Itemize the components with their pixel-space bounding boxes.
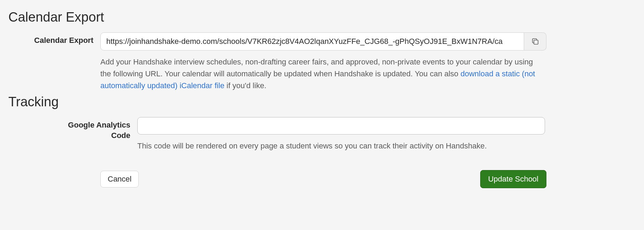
calendar-export-input-group [100,32,546,51]
tracking-heading: Tracking [8,94,636,109]
ga-label-line1: Google Analytics [8,121,130,130]
calendar-export-heading: Calendar Export [8,10,636,25]
cancel-button[interactable]: Cancel [100,171,139,187]
svg-rect-0 [534,40,538,44]
ga-label-line2: Code [8,131,130,140]
button-row: Cancel Update School [8,170,546,188]
copy-icon [531,37,539,46]
tracking-row: Google Analytics Code This code will be … [8,117,636,152]
calendar-help-suffix: if you'd like. [224,81,266,90]
google-analytics-input[interactable] [137,117,545,135]
calendar-export-label: Calendar Export [8,32,100,45]
google-analytics-help-text: This code will be rendered on every page… [137,140,545,152]
google-analytics-label: Google Analytics Code [8,117,137,140]
calendar-export-url-input[interactable] [100,32,524,51]
calendar-export-row: Calendar Export Add your Handshake inter… [8,32,636,92]
copy-button[interactable] [524,32,546,51]
update-school-button[interactable]: Update School [480,170,546,188]
calendar-export-help-text: Add your Handshake interview schedules, … [100,56,543,92]
